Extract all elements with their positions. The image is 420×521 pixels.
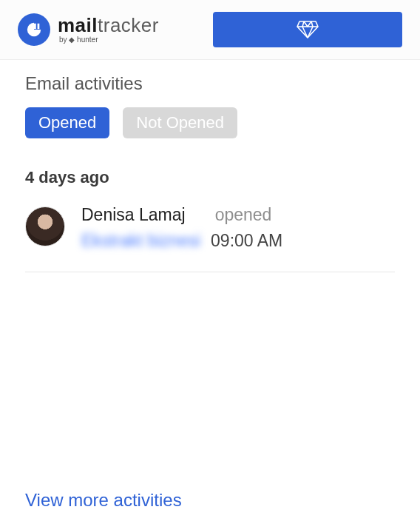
activity-status: opened xyxy=(215,205,272,225)
activity-row[interactable]: Denisa Lamaj opened Ekstrakt biznesi 09:… xyxy=(25,205,395,272)
filter-tabs: Opened Not Opened xyxy=(25,107,395,138)
svg-rect-1 xyxy=(38,24,40,29)
brand-subtitle: by ◆ hunter xyxy=(59,36,159,44)
activity-time: 09:00 AM xyxy=(211,231,282,251)
activity-body: Denisa Lamaj opened Ekstrakt biznesi 09:… xyxy=(81,205,395,251)
avatar xyxy=(25,206,65,246)
view-more-link[interactable]: View more activities xyxy=(25,490,182,511)
brand-name-bold: mail xyxy=(58,14,98,36)
upgrade-button[interactable] xyxy=(213,12,402,47)
email-subject[interactable]: Ekstrakt biznesi xyxy=(81,231,200,251)
time-group-label: 4 days ago xyxy=(25,168,395,187)
brand-name-light: tracker xyxy=(98,14,159,36)
svg-rect-0 xyxy=(34,24,36,29)
logo-text: mailtracker by ◆ hunter xyxy=(58,16,159,44)
diamond-icon xyxy=(297,20,319,39)
section-title: Email activities xyxy=(25,73,395,94)
person-name: Denisa Lamaj xyxy=(81,205,186,225)
logo[interactable]: mailtracker by ◆ hunter xyxy=(18,13,159,46)
content-area: Email activities Opened Not Opened 4 day… xyxy=(0,60,420,272)
tab-opened[interactable]: Opened xyxy=(25,107,109,138)
logo-icon xyxy=(18,13,50,46)
app-header: mailtracker by ◆ hunter xyxy=(0,0,420,60)
tab-not-opened[interactable]: Not Opened xyxy=(123,107,237,138)
